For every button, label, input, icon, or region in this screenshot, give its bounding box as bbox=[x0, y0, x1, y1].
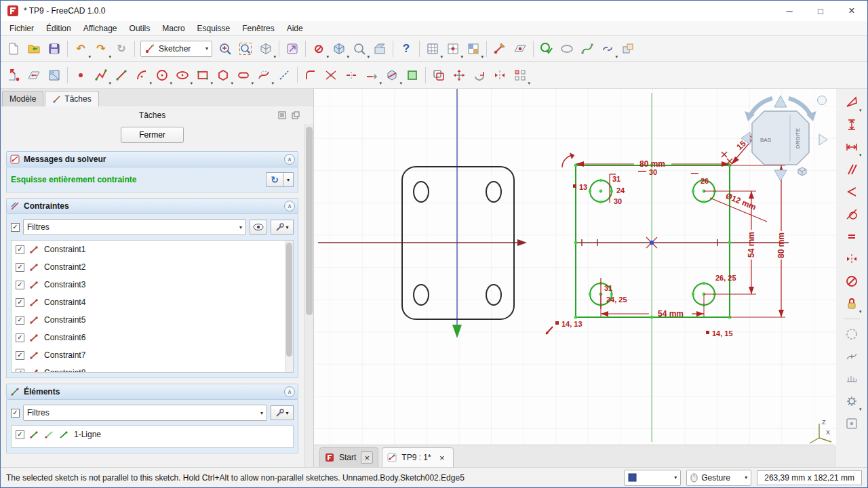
collapse-elements-button[interactable]: ∧ bbox=[284, 386, 295, 397]
panel-scrollbar[interactable] bbox=[304, 124, 313, 467]
create-polygon-button[interactable]: ▾ bbox=[213, 65, 233, 85]
spline-tool-button[interactable] bbox=[577, 39, 597, 59]
constraint-row[interactable]: ✓Constraint4 bbox=[12, 293, 293, 311]
zoom-tools-button[interactable]: ▾ bbox=[349, 39, 370, 59]
constrain-distance-x-button[interactable]: ▾ bbox=[842, 137, 862, 157]
fit-all-button[interactable] bbox=[235, 39, 256, 59]
navcube-settings-button[interactable] bbox=[818, 96, 827, 105]
split-edge-button[interactable] bbox=[341, 65, 361, 85]
constraints-filter-combo[interactable]: Filtres ▾ bbox=[23, 219, 246, 235]
toggle-virtual-space-button[interactable] bbox=[842, 413, 862, 434]
close-tp9-tab-button[interactable]: × bbox=[436, 451, 448, 464]
constraint-row[interactable]: ✓Constraint1 bbox=[12, 241, 293, 258]
ellipse-tool-button[interactable] bbox=[557, 39, 577, 59]
constrain-parallel-button[interactable] bbox=[842, 159, 862, 180]
constrain-symmetric-button[interactable] bbox=[842, 249, 862, 269]
minimize-button[interactable]: ─ bbox=[774, 1, 805, 21]
move-geometry-button[interactable] bbox=[449, 65, 469, 85]
constraint-row[interactable]: ✓Constraint7 bbox=[12, 346, 293, 364]
make-link-button[interactable]: ▾ bbox=[597, 39, 618, 59]
element-row[interactable]: ✓ 1-Ligne bbox=[12, 426, 293, 443]
rectangular-array-button[interactable]: ▾ bbox=[510, 65, 530, 85]
constraint-row[interactable]: ✓Constraint2 bbox=[12, 258, 293, 276]
3d-viewport[interactable]: 80 mm 30 13 31 24 bbox=[314, 89, 836, 446]
view-section-button[interactable] bbox=[44, 65, 64, 85]
rotate-geometry-button[interactable] bbox=[469, 65, 490, 85]
new-document-button[interactable] bbox=[3, 39, 24, 59]
subelement-button[interactable] bbox=[618, 39, 638, 59]
menu-outils[interactable]: Outils bbox=[123, 22, 157, 35]
menu-esquisse[interactable]: Esquisse bbox=[191, 22, 237, 35]
constraints-settings-button[interactable]: ▾ bbox=[271, 220, 294, 235]
scrollbar-thumb[interactable] bbox=[286, 243, 292, 357]
attach-sketch-button[interactable] bbox=[510, 39, 530, 59]
trim-edge-button[interactable] bbox=[321, 65, 341, 85]
create-circle-button[interactable]: ▾ bbox=[152, 65, 172, 85]
insert-knot-button[interactable] bbox=[842, 346, 862, 367]
show-bspline-degree-button[interactable] bbox=[842, 324, 862, 344]
constraint-row[interactable]: ✓Constraint3 bbox=[12, 276, 293, 293]
create-fillet-button[interactable] bbox=[300, 65, 321, 85]
constraint-visible-checkbox[interactable]: ✓ bbox=[16, 351, 24, 360]
element-visible-checkbox[interactable]: ✓ bbox=[16, 430, 24, 439]
tab-taches[interactable]: Tâches bbox=[45, 91, 98, 106]
menu-fichier[interactable]: Fichier bbox=[3, 22, 40, 35]
panel-menu-button[interactable] bbox=[277, 110, 288, 121]
whats-this-button[interactable]: ? bbox=[396, 39, 416, 59]
show-bspline-comb-button[interactable] bbox=[842, 369, 862, 389]
create-bspline-button[interactable]: ▾ bbox=[254, 65, 274, 85]
constrain-lock-button[interactable]: ▾ bbox=[842, 293, 862, 314]
hole-ref-26-25[interactable]: 26, 25 bbox=[715, 274, 736, 282]
link-navigate-button[interactable] bbox=[282, 39, 302, 59]
solver-options-button[interactable]: ▾ bbox=[283, 172, 294, 187]
constraint-visible-checkbox[interactable]: ✓ bbox=[16, 245, 24, 254]
constrain-equal-button[interactable] bbox=[842, 226, 862, 247]
show-constraints-button[interactable] bbox=[250, 220, 267, 235]
close-button[interactable]: × bbox=[836, 1, 867, 21]
zoom-in-button[interactable] bbox=[215, 39, 235, 59]
navcube-mini-cube[interactable] bbox=[798, 167, 806, 176]
constrain-distance-y-button[interactable] bbox=[842, 115, 862, 135]
workbench-selector[interactable]: Sketcher ▾ bbox=[140, 41, 212, 57]
titlebar[interactable]: * TP9 - FreeCAD 1.0.0 ─ □ × bbox=[1, 1, 867, 21]
save-document-button[interactable] bbox=[44, 39, 64, 59]
view-sketch-button[interactable] bbox=[24, 65, 44, 85]
constraint-visible-checkbox[interactable]: ✓ bbox=[16, 263, 24, 272]
elements-filter-combo[interactable]: Filtres ▾ bbox=[23, 405, 267, 421]
scrollbar-thumb[interactable] bbox=[306, 127, 313, 315]
create-polyline-button[interactable]: ▾ bbox=[91, 65, 111, 85]
menu-macro[interactable]: Macro bbox=[156, 22, 191, 35]
undo-button[interactable]: ↶▾ bbox=[71, 39, 91, 59]
menu-affichage[interactable]: Affichage bbox=[77, 22, 123, 35]
collapse-solver-button[interactable]: ∧ bbox=[284, 154, 295, 165]
clip-plane-button[interactable] bbox=[370, 39, 390, 59]
offset-geometry-button[interactable] bbox=[429, 65, 449, 85]
constraint-row[interactable]: ✓Constraint5 bbox=[12, 311, 293, 329]
carbon-copy-button[interactable] bbox=[402, 65, 422, 85]
open-document-button[interactable] bbox=[24, 39, 44, 59]
fermer-button[interactable]: Fermer bbox=[121, 127, 184, 143]
update-solver-button[interactable]: ↻ bbox=[266, 172, 283, 187]
refresh-button[interactable]: ↻ bbox=[111, 39, 132, 59]
navcube-bas-label[interactable]: BAS bbox=[760, 137, 771, 143]
maximize-button[interactable]: □ bbox=[805, 1, 836, 21]
extend-edge-button[interactable]: ▾ bbox=[361, 65, 382, 85]
constraint-visible-checkbox[interactable]: ✓ bbox=[16, 298, 24, 307]
tab-tp9[interactable]: TP9 : 1* × bbox=[382, 447, 453, 467]
tab-start[interactable]: Start × bbox=[319, 447, 378, 467]
constraint-visible-checkbox[interactable]: ✓ bbox=[16, 316, 24, 325]
navigation-style-combo[interactable]: Gesture ▾ bbox=[686, 470, 751, 486]
elements-filter-checkbox[interactable]: ✓ bbox=[11, 409, 20, 418]
external-geometry-button[interactable]: ▾ bbox=[382, 65, 402, 85]
constrain-dimension-button[interactable]: ▾ bbox=[842, 92, 862, 113]
constrain-angle-button[interactable] bbox=[842, 182, 862, 202]
tab-modele[interactable]: Modèle bbox=[2, 91, 43, 106]
create-conic-button[interactable]: ▾ bbox=[172, 65, 193, 85]
grid-toggle-button[interactable]: ▾ bbox=[422, 39, 443, 59]
symmetry-button[interactable] bbox=[490, 65, 510, 85]
color-style-combo[interactable]: ▾ bbox=[624, 470, 681, 486]
leave-sketch-button[interactable] bbox=[3, 65, 24, 85]
appearance-button[interactable]: ▾ bbox=[463, 39, 484, 59]
constraint-visible-checkbox[interactable]: ✓ bbox=[16, 281, 24, 289]
close-start-tab-button[interactable]: × bbox=[361, 451, 373, 464]
